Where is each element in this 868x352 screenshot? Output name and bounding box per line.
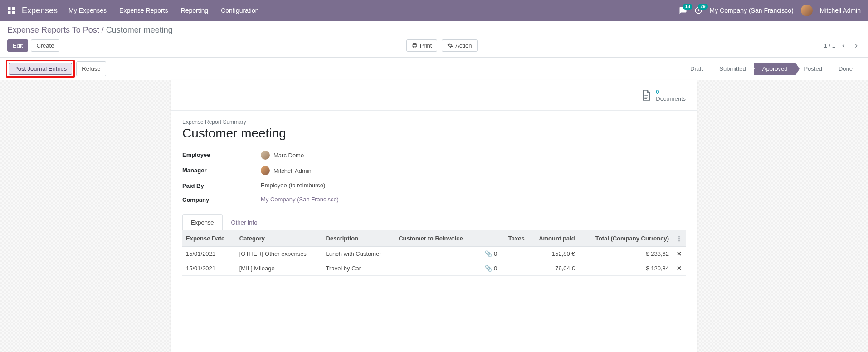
nav-right: 13 29 My Company (San Francisco) Mitchel… bbox=[679, 5, 861, 16]
tab-expense[interactable]: Expense bbox=[182, 214, 223, 230]
cell-attachments[interactable]: 📎 0 bbox=[478, 247, 501, 261]
employee-avatar bbox=[261, 151, 270, 160]
menu-my-expenses[interactable]: My Expenses bbox=[68, 7, 107, 14]
step-posted[interactable]: Posted bbox=[795, 63, 830, 75]
cell-customer bbox=[395, 261, 478, 276]
employee-value: Marc Demo bbox=[273, 152, 304, 159]
edit-button[interactable]: Edit bbox=[7, 39, 28, 52]
cell-total: $ 120,84 bbox=[579, 261, 673, 276]
post-journal-entries-button[interactable]: Post Journal Entries bbox=[9, 63, 72, 75]
th-customer[interactable]: Customer to Reinvoice bbox=[395, 230, 478, 247]
cell-customer bbox=[395, 247, 478, 261]
employee-label: Employee bbox=[182, 151, 255, 160]
th-category[interactable]: Category bbox=[236, 230, 322, 247]
svg-rect-0 bbox=[8, 7, 11, 10]
activity-badge: 29 bbox=[698, 4, 707, 10]
cell-amount: 152,80 € bbox=[528, 247, 579, 261]
th-attachments bbox=[478, 230, 501, 247]
svg-rect-1 bbox=[12, 7, 15, 10]
th-options[interactable]: ⋮ bbox=[673, 230, 686, 247]
cell-taxes bbox=[501, 261, 528, 276]
cell-description: Lunch with Customer bbox=[322, 247, 395, 261]
cell-date: 15/01/2021 bbox=[182, 247, 236, 261]
top-nav: Expenses My Expenses Expense Reports Rep… bbox=[0, 0, 868, 21]
statusbar: Post Journal Entries Refuse Draft Submit… bbox=[0, 58, 868, 80]
company-label: Company bbox=[182, 196, 255, 203]
cell-taxes bbox=[501, 247, 528, 261]
pager-next[interactable] bbox=[852, 41, 861, 50]
menu-reporting[interactable]: Reporting bbox=[181, 7, 209, 14]
manager-value: Mitchell Admin bbox=[273, 167, 312, 174]
document-icon bbox=[641, 89, 651, 101]
th-amount[interactable]: Amount paid bbox=[528, 230, 579, 247]
paperclip-icon: 📎 bbox=[485, 265, 492, 272]
report-title: Customer meeting bbox=[182, 126, 686, 141]
summary-label: Expense Report Summary bbox=[182, 119, 686, 125]
step-approved[interactable]: Approved bbox=[754, 63, 796, 75]
form-sheet: 0 Documents Expense Report Summary Custo… bbox=[171, 80, 697, 352]
company-switcher[interactable]: My Company (San Francisco) bbox=[710, 7, 794, 14]
create-button[interactable]: Create bbox=[31, 39, 59, 52]
expense-table: Expense Date Category Description Custom… bbox=[182, 230, 686, 276]
pager-count: 1 / 1 bbox=[824, 42, 835, 49]
table-row[interactable]: 15/01/2021 [OTHER] Other expenses Lunch … bbox=[182, 247, 686, 261]
tabs: Expense Other Info bbox=[182, 214, 686, 230]
svg-rect-2 bbox=[8, 11, 11, 14]
svg-rect-3 bbox=[12, 11, 15, 14]
cell-attachments[interactable]: 📎 0 bbox=[478, 261, 501, 276]
print-button[interactable]: Print bbox=[406, 39, 438, 52]
tab-other-info[interactable]: Other Info bbox=[223, 214, 266, 230]
delete-row-icon[interactable]: ✕ bbox=[677, 250, 682, 257]
cell-description: Travel by Car bbox=[322, 261, 395, 276]
menu-configuration[interactable]: Configuration bbox=[221, 7, 258, 14]
gear-icon bbox=[447, 43, 453, 49]
print-icon bbox=[412, 43, 418, 49]
activity-icon[interactable]: 29 bbox=[694, 6, 702, 15]
th-total[interactable]: Total (Company Currency) bbox=[579, 230, 673, 247]
th-taxes[interactable]: Taxes bbox=[501, 230, 528, 247]
pager-prev[interactable] bbox=[839, 41, 848, 50]
user-name[interactable]: Mitchell Admin bbox=[820, 7, 861, 14]
refuse-button[interactable]: Refuse bbox=[76, 61, 106, 76]
cell-category: [MIL] Mileage bbox=[236, 261, 322, 276]
th-description[interactable]: Description bbox=[322, 230, 395, 247]
breadcrumb: Expense Reports To Post / Customer meeti… bbox=[7, 25, 861, 35]
paperclip-icon: 📎 bbox=[485, 250, 492, 257]
user-avatar[interactable] bbox=[801, 5, 813, 16]
control-panel: Expense Reports To Post / Customer meeti… bbox=[0, 21, 868, 58]
breadcrumb-current: Customer meeting bbox=[106, 25, 173, 34]
documents-count: 0 bbox=[656, 88, 686, 95]
chat-icon[interactable]: 13 bbox=[679, 6, 687, 15]
paidby-label: Paid By bbox=[182, 181, 255, 189]
chat-badge: 13 bbox=[683, 4, 692, 10]
app-brand[interactable]: Expenses bbox=[22, 6, 58, 15]
cell-total: $ 233,62 bbox=[579, 247, 673, 261]
menu-expense-reports[interactable]: Expense Reports bbox=[119, 7, 168, 14]
step-submitted[interactable]: Submitted bbox=[711, 63, 754, 75]
th-date[interactable]: Expense Date bbox=[182, 230, 236, 247]
step-done[interactable]: Done bbox=[830, 63, 861, 75]
cell-date: 15/01/2021 bbox=[182, 261, 236, 276]
action-button[interactable]: Action bbox=[442, 39, 477, 52]
paidby-value: Employee (to reimburse) bbox=[261, 182, 325, 189]
step-draft[interactable]: Draft bbox=[682, 63, 711, 75]
manager-label: Manager bbox=[182, 166, 255, 175]
apps-icon[interactable] bbox=[7, 6, 22, 15]
company-value[interactable]: My Company (San Francisco) bbox=[261, 196, 339, 203]
manager-avatar bbox=[261, 166, 270, 175]
cell-amount: 79,04 € bbox=[528, 261, 579, 276]
breadcrumb-parent[interactable]: Expense Reports To Post bbox=[7, 25, 99, 34]
main-menu: My Expenses Expense Reports Reporting Co… bbox=[68, 7, 679, 14]
cell-category: [OTHER] Other expenses bbox=[236, 247, 322, 261]
documents-button[interactable]: 0 Documents bbox=[634, 85, 686, 106]
highlight-box: Post Journal Entries bbox=[6, 60, 75, 78]
status-steps: Draft Submitted Approved Posted Done bbox=[682, 63, 861, 75]
documents-label: Documents bbox=[656, 95, 686, 102]
table-row[interactable]: 15/01/2021 [MIL] Mileage Travel by Car 📎… bbox=[182, 261, 686, 276]
delete-row-icon[interactable]: ✕ bbox=[677, 265, 682, 272]
